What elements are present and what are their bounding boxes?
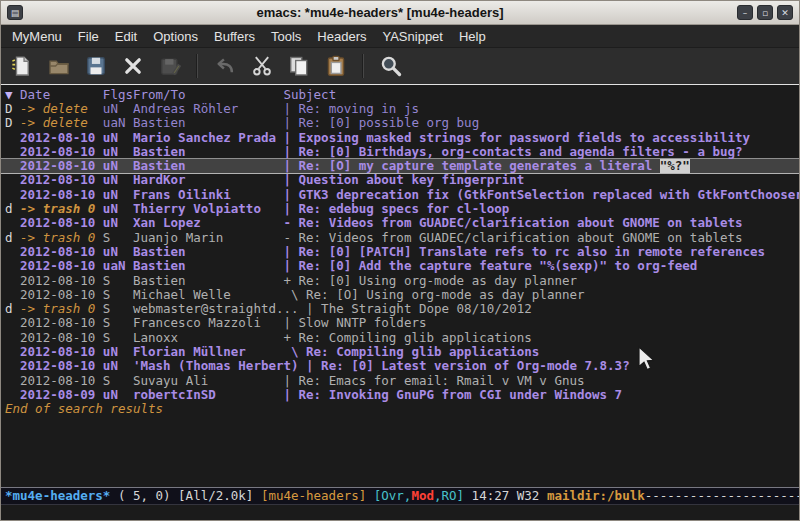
row-subject: | Re: [0] [PATCH] Translate refs to rc a… <box>283 245 765 259</box>
message-row[interactable]: 2012-08-10 uN Bastien | Re: [O] my captu… <box>1 159 799 173</box>
copy-button[interactable] <box>287 55 310 78</box>
title-bar[interactable]: ▤ emacs: *mu4e-headers* [mu4e-headers] –… <box>1 1 799 25</box>
modeline-segment-buffer: *mu4e-headers* <box>5 488 110 503</box>
menu-item-edit[interactable]: Edit <box>107 25 145 47</box>
undo-icon <box>214 55 236 77</box>
open-file-button[interactable] <box>47 55 70 78</box>
headers-buffer[interactable]: ▼ Date FlgsFrom/To Subject D -> delete u… <box>1 85 799 487</box>
sort-indicator[interactable]: ▼ <box>5 87 20 102</box>
column-header-date[interactable]: Date <box>20 87 103 102</box>
message-row[interactable]: 2012-08-10 S Lanoxx + Re: Compiling glib… <box>1 331 799 345</box>
cut-button[interactable] <box>250 55 273 78</box>
row-date: 2012-08-10 <box>20 245 103 259</box>
row-subject: | Re: edebug specs for cl-loop <box>283 202 509 216</box>
window-menu-icon[interactable]: ▤ <box>7 5 23 20</box>
message-row[interactable]: 2012-08-10 uN HardKor | Question about k… <box>1 173 799 187</box>
row-from: HardKor <box>133 173 284 187</box>
message-row[interactable]: 2012-08-10 uaN Bastien | Re: [0] Add the… <box>1 259 799 273</box>
emacs-window: ▤ emacs: *mu4e-headers* [mu4e-headers] –… <box>0 0 800 521</box>
message-row[interactable]: d -> trash 0 S webmaster@straightd... | … <box>1 302 799 316</box>
message-row[interactable]: 2012-08-10 uN 'Mash (Thomas Herbert) | R… <box>1 359 799 373</box>
modeline-segment-folder: maildir:/bulk <box>547 488 645 503</box>
row-subject: + Re: [0] Using org-mode as day planner <box>283 274 577 288</box>
row-flags: S <box>103 274 133 288</box>
save-icon <box>85 55 107 77</box>
row-mark <box>5 145 20 159</box>
message-row[interactable]: 2012-08-10 uN Frans Oilinki | GTK3 depre… <box>1 188 799 202</box>
message-row[interactable]: 2012-08-10 uN Mario Sanchez Prada | Expo… <box>1 131 799 145</box>
row-mark-label: -> trash 0 <box>20 302 103 316</box>
message-row[interactable]: 2012-08-10 S Michael Welle \ Re: [O] Usi… <box>1 288 799 302</box>
row-flags: S <box>103 231 133 245</box>
column-header-subject[interactable]: Subject <box>283 87 336 102</box>
row-mark <box>5 388 20 402</box>
menu-item-buffers[interactable]: Buffers <box>206 25 263 47</box>
message-row[interactable]: 2012-08-10 S Francesco Mazzoli | Slow NN… <box>1 316 799 330</box>
message-row[interactable]: 2012-08-09 uN robertcInSD | Re: Invoking… <box>1 388 799 402</box>
row-flags: uN <box>103 202 133 216</box>
column-header-flags[interactable]: Flgs <box>103 87 133 102</box>
row-subject: | GTK3 deprecation fix (GtkFontSelection… <box>283 188 799 202</box>
modeline-segment-cyan: ,RO] <box>434 488 472 503</box>
close-button[interactable] <box>121 55 144 78</box>
menu-item-mymenu[interactable]: MyMenu <box>4 25 70 47</box>
message-row[interactable]: 2012-08-10 uN Bastien | Re: [0] Birthday… <box>1 145 799 159</box>
row-mark <box>5 159 20 173</box>
toolbar-separator <box>196 54 198 78</box>
message-row[interactable]: d -> trash 0 uN Thierry Volpiatto | Re: … <box>1 202 799 216</box>
row-flags: uaN <box>103 116 133 130</box>
row-from: Mario Sanchez Prada <box>133 131 284 145</box>
row-mark <box>5 374 20 388</box>
message-row[interactable]: 2012-08-10 uN Florian Müllner \ Re: Comp… <box>1 345 799 359</box>
minimize-button[interactable]: – <box>737 5 753 20</box>
menu-item-headers[interactable]: Headers <box>309 25 374 47</box>
message-row[interactable]: 2012-08-10 uN Xan Lopez - Re: Videos fro… <box>1 216 799 230</box>
save-button[interactable] <box>84 55 107 78</box>
emacs-frame: ▼ Date FlgsFrom/To Subject D -> delete u… <box>1 84 799 520</box>
paste-button[interactable] <box>324 55 347 78</box>
menu-item-options[interactable]: Options <box>145 25 206 47</box>
row-subject: | The Straight Dope 08/10/2012 <box>306 302 532 316</box>
row-date: 2012-08-10 <box>20 359 103 373</box>
row-date: 2012-08-10 <box>20 216 103 230</box>
menu-item-yasnippet[interactable]: YASnippet <box>374 25 450 47</box>
modeline-segment-mode: [mu4e-headers] <box>261 488 366 503</box>
row-date: 2012-08-10 <box>20 316 103 330</box>
search-icon <box>380 55 402 77</box>
row-subject: | Slow NNTP folders <box>283 316 426 330</box>
message-row[interactable]: d -> trash 0 S Juanjo Marin - Re: Videos… <box>1 231 799 245</box>
message-row[interactable]: 2012-08-10 uN Bastien | Re: [0] [PATCH] … <box>1 245 799 259</box>
menu-item-help[interactable]: Help <box>451 25 494 47</box>
modeline-segment-plain: 14:27 W32 <box>472 488 547 503</box>
row-flags: uN <box>103 173 133 187</box>
maximize-button[interactable]: ▫ <box>757 5 773 20</box>
row-mark <box>5 288 20 302</box>
row-flags: uN <box>103 245 133 259</box>
message-row[interactable]: 2012-08-10 S Bastien + Re: [0] Using org… <box>1 274 799 288</box>
message-row[interactable]: D -> delete uN Andreas Röhler | Re: movi… <box>1 102 799 116</box>
menu-bar: MyMenuFileEditOptionsBuffersToolsHeaders… <box>1 25 799 48</box>
open-file-icon <box>48 55 70 77</box>
minibuffer[interactable] <box>1 505 799 520</box>
menu-item-file[interactable]: File <box>70 25 107 47</box>
row-mark-label: -> delete <box>20 116 103 130</box>
row-subject: | Re: Invoking GnuPG from CGI under Wind… <box>283 388 622 402</box>
row-mark <box>5 345 20 359</box>
modeline-segment-cyan: [Ovr, <box>366 488 411 503</box>
message-row[interactable]: 2012-08-10 S Suvayu Ali | Re: Emacs for … <box>1 374 799 388</box>
menu-item-tools[interactable]: Tools <box>263 25 309 47</box>
message-row[interactable]: D -> delete uaN Bastien | Re: [0] possib… <box>1 116 799 130</box>
new-file-button[interactable] <box>10 55 33 78</box>
search-button[interactable] <box>379 55 402 78</box>
row-date: 2012-08-10 <box>20 173 103 187</box>
row-flags: uN <box>103 359 133 373</box>
row-mark <box>5 188 20 202</box>
close-button[interactable]: ✕ <box>777 5 793 20</box>
row-date: 2012-08-10 <box>20 188 103 202</box>
row-subject: | Question about key fingerprint <box>283 173 524 187</box>
mode-line[interactable]: *mu4e-headers* ( 5, 0) [All/2.0k] [mu4e-… <box>1 487 799 505</box>
row-mark <box>5 173 20 187</box>
column-header-from[interactable]: From/To <box>133 87 284 102</box>
message-list: D -> delete uN Andreas Röhler | Re: movi… <box>1 102 799 402</box>
save-as-icon <box>159 55 181 77</box>
